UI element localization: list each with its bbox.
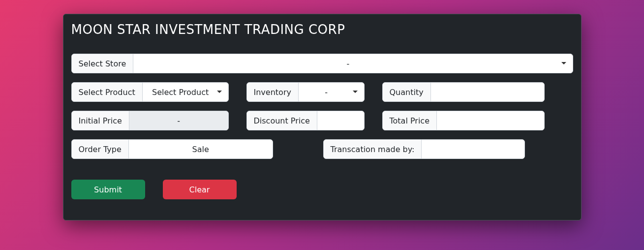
- store-select[interactable]: -: [133, 54, 572, 73]
- discount-price-group: Discount Price: [246, 111, 365, 130]
- order-form-panel: MOON STAR INVESTMENT TRADING CORP Select…: [63, 14, 582, 220]
- transaction-by-input[interactable]: [422, 140, 524, 158]
- order-type-group: Order Type: [71, 139, 273, 159]
- product-label: Select Product: [72, 83, 143, 101]
- quantity-group: Quantity: [382, 82, 545, 102]
- product-select[interactable]: Select Product: [143, 83, 228, 101]
- initial-price-label: Initial Price: [72, 111, 129, 130]
- total-price-label: Total Price: [383, 111, 437, 130]
- quantity-label: Quantity: [383, 83, 431, 101]
- clear-button[interactable]: Clear: [163, 180, 237, 199]
- transaction-by-group: Transcation made by:: [323, 139, 525, 159]
- discount-price-input[interactable]: [317, 111, 364, 130]
- initial-price-value: [129, 111, 228, 130]
- submit-button[interactable]: Submit: [71, 180, 145, 199]
- order-type-label: Order Type: [72, 140, 129, 158]
- store-label: Select Store: [72, 54, 134, 73]
- discount-price-label: Discount Price: [247, 111, 317, 130]
- inventory-select[interactable]: -: [299, 83, 364, 101]
- page-title: MOON STAR INVESTMENT TRADING CORP: [71, 22, 573, 37]
- product-group: Select Product Select Product: [71, 82, 229, 102]
- quantity-input[interactable]: [431, 83, 544, 101]
- total-price-group: Total Price: [382, 111, 545, 130]
- inventory-group: Inventory -: [246, 82, 365, 102]
- order-type-value: [129, 140, 273, 158]
- store-group: Select Store -: [71, 54, 573, 73]
- initial-price-group: Initial Price: [71, 111, 229, 130]
- transaction-by-label: Transcation made by:: [324, 140, 422, 158]
- spacer: [291, 139, 306, 159]
- total-price-input[interactable]: [437, 111, 544, 130]
- inventory-label: Inventory: [247, 83, 299, 101]
